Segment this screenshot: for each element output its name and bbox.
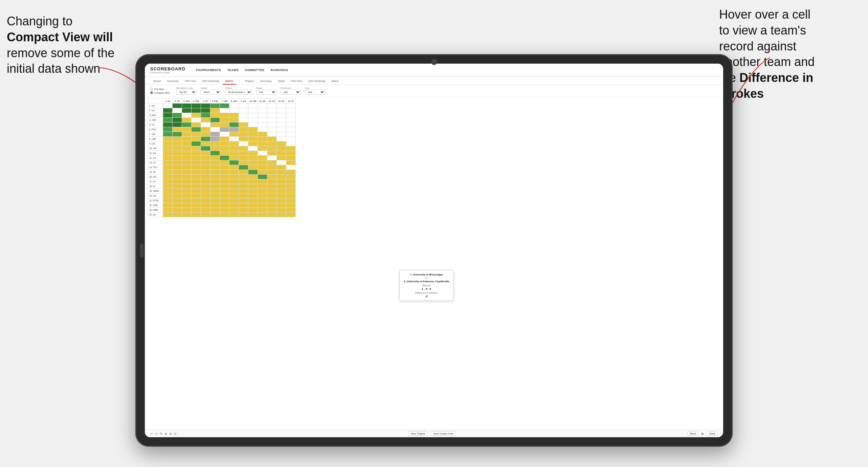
matrix-cell[interactable]: [248, 198, 258, 203]
matrix-cell[interactable]: [182, 108, 192, 113]
matrix-cell[interactable]: [163, 141, 173, 146]
matrix-cell[interactable]: [192, 146, 201, 151]
nav-teams[interactable]: TEAMS: [227, 67, 239, 73]
matrix-cell[interactable]: [210, 184, 220, 189]
matrix-cell[interactable]: [173, 108, 182, 113]
filter-max-teams-select[interactable]: Top 50: [176, 90, 197, 95]
matrix-cell[interactable]: [173, 137, 182, 141]
matrix-cell[interactable]: [163, 175, 173, 179]
matrix-cell[interactable]: [163, 198, 173, 203]
matrix-cell[interactable]: [248, 160, 258, 165]
matrix-cell[interactable]: [201, 165, 210, 170]
matrix-cell[interactable]: [182, 137, 192, 141]
matrix-cell[interactable]: [286, 141, 296, 146]
matrix-cell[interactable]: [229, 141, 239, 146]
matrix-cell[interactable]: [173, 118, 182, 123]
matrix-cell[interactable]: [258, 137, 267, 141]
matrix-cell[interactable]: [258, 123, 267, 127]
tab-matrix-players[interactable]: Matrix: [329, 78, 341, 85]
matrix-cell[interactable]: [229, 179, 239, 184]
matrix-cell[interactable]: [258, 213, 267, 217]
matrix-cell[interactable]: [277, 156, 286, 160]
matrix-cell[interactable]: [182, 175, 192, 179]
matrix-cell[interactable]: [182, 123, 192, 127]
matrix-cell[interactable]: [248, 141, 258, 146]
matrix-cell[interactable]: [210, 189, 220, 194]
matrix-cell[interactable]: [239, 198, 248, 203]
matrix-cell[interactable]: [258, 194, 267, 198]
matrix-cell[interactable]: [239, 213, 248, 217]
matrix-cell[interactable]: [201, 108, 210, 113]
matrix-cell[interactable]: [286, 170, 296, 175]
matrix-cell[interactable]: [182, 146, 192, 151]
matrix-cell[interactable]: [192, 213, 201, 217]
matrix-cell[interactable]: [192, 160, 201, 165]
matrix-cell[interactable]: [201, 104, 210, 108]
matrix-cell[interactable]: [267, 208, 277, 213]
matrix-cell[interactable]: [258, 160, 267, 165]
matrix-cell[interactable]: [277, 160, 286, 165]
matrix-cell[interactable]: [239, 151, 248, 156]
matrix-cell[interactable]: [239, 194, 248, 198]
matrix-cell[interactable]: [192, 141, 201, 146]
matrix-cell[interactable]: [220, 184, 229, 189]
matrix-cell[interactable]: [173, 127, 182, 132]
matrix-cell[interactable]: [267, 198, 277, 203]
matrix-cell[interactable]: [248, 127, 258, 132]
matrix-cell[interactable]: [277, 151, 286, 156]
matrix-cell[interactable]: [277, 189, 286, 194]
matrix-cell[interactable]: [182, 113, 192, 118]
tab-summary-players[interactable]: Summary: [258, 78, 274, 85]
matrix-cell[interactable]: [267, 108, 277, 113]
matrix-cell[interactable]: [182, 118, 192, 123]
matrix-cell[interactable]: [163, 104, 173, 108]
matrix-cell[interactable]: [210, 104, 220, 108]
matrix-cell[interactable]: [210, 213, 220, 217]
matrix-cell[interactable]: [229, 113, 239, 118]
matrix-cell[interactable]: [201, 175, 210, 179]
matrix-cell[interactable]: [239, 179, 248, 184]
matrix-cell[interactable]: [192, 127, 201, 132]
matrix-cell[interactable]: [239, 146, 248, 151]
matrix-cell[interactable]: [248, 118, 258, 123]
matrix-cell[interactable]: [182, 198, 192, 203]
matrix-cell[interactable]: [267, 189, 277, 194]
matrix-cell[interactable]: [220, 198, 229, 203]
filter-team-select[interactable]: (All): [305, 90, 325, 95]
matrix-cell[interactable]: [220, 175, 229, 179]
matrix-cell[interactable]: [173, 151, 182, 156]
matrix-cell[interactable]: [277, 184, 286, 189]
matrix-cell[interactable]: [267, 118, 277, 123]
matrix-cell[interactable]: [163, 179, 173, 184]
matrix-cell[interactable]: [277, 146, 286, 151]
undo-icon[interactable]: ↩: [150, 432, 153, 436]
matrix-cell[interactable]: [229, 118, 239, 123]
matrix-cell[interactable]: [248, 170, 258, 175]
matrix-cell[interactable]: [201, 123, 210, 127]
matrix-cell[interactable]: [163, 208, 173, 213]
matrix-cell[interactable]: [173, 104, 182, 108]
matrix-cell[interactable]: [229, 213, 239, 217]
matrix-cell[interactable]: [229, 146, 239, 151]
matrix-cell[interactable]: [239, 141, 248, 146]
matrix-cell[interactable]: [248, 151, 258, 156]
matrix-cell[interactable]: [220, 127, 229, 132]
reset-icon[interactable]: ⊙: [174, 432, 177, 436]
matrix-cell[interactable]: [182, 156, 192, 160]
matrix-cell[interactable]: [258, 189, 267, 194]
matrix-cell[interactable]: [286, 208, 296, 213]
matrix-cell[interactable]: [267, 104, 277, 108]
matrix-cell[interactable]: [201, 189, 210, 194]
matrix-cell[interactable]: [201, 146, 210, 151]
matrix-cell[interactable]: [277, 132, 286, 137]
matrix-cell[interactable]: [239, 137, 248, 141]
view-original-button[interactable]: View: Original: [408, 431, 427, 436]
matrix-cell[interactable]: [182, 160, 192, 165]
matrix-cell[interactable]: [248, 194, 258, 198]
matrix-cell[interactable]: [201, 132, 210, 137]
matrix-cell[interactable]: [182, 165, 192, 170]
matrix-cell[interactable]: [210, 165, 220, 170]
matrix-cell[interactable]: [182, 213, 192, 217]
matrix-cell[interactable]: [173, 189, 182, 194]
matrix-cell[interactable]: [286, 108, 296, 113]
